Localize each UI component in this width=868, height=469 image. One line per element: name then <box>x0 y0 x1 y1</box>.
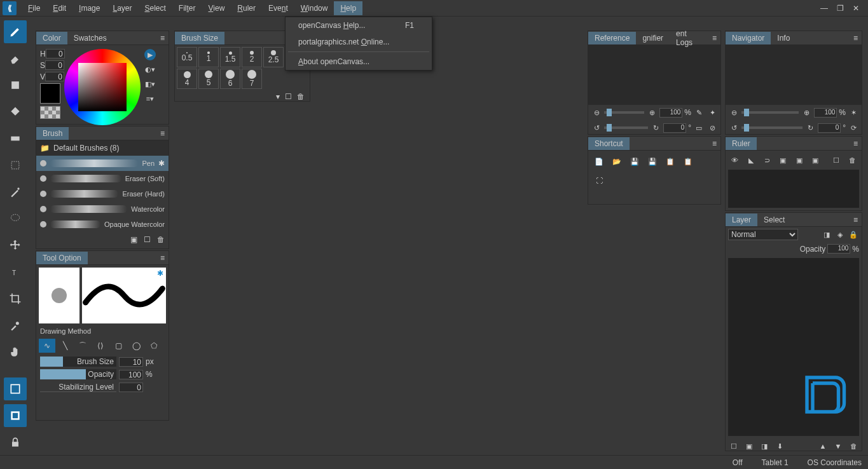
panel-menu-icon[interactable]: ≡ <box>156 129 169 138</box>
mode-icon-2[interactable]: ◧▾ <box>144 78 156 90</box>
zoom-slider[interactable] <box>604 111 644 114</box>
ruler-icon[interactable]: ◣ <box>745 154 756 166</box>
brush-item[interactable]: Watercolor <box>36 201 169 217</box>
h-input[interactable] <box>46 49 65 58</box>
menu-event[interactable]: Event <box>262 1 294 15</box>
brush-size-cell[interactable]: 2.5 <box>263 47 284 67</box>
maximize-icon[interactable]: ❐ <box>837 4 844 13</box>
layers-icon[interactable]: ◈ <box>834 229 846 240</box>
brush-size-cell[interactable]: 7 <box>242 69 262 89</box>
menu-window[interactable]: Window <box>294 1 334 15</box>
rotate-value[interactable]: 0 <box>663 123 686 133</box>
s-input[interactable] <box>45 60 64 70</box>
brush-size-cell[interactable]: 5 <box>198 69 219 89</box>
trash-icon[interactable]: 🗑 <box>847 154 858 166</box>
dm-ellipse[interactable]: ◯ <box>128 339 144 353</box>
dm-polyline[interactable]: ⟨⟩ <box>92 339 109 353</box>
crop-tool[interactable] <box>4 287 27 310</box>
trash-icon[interactable]: 🗑 <box>848 440 859 452</box>
mask-icon[interactable]: ◨ <box>821 229 832 240</box>
brush-item[interactable]: Opaque Watercolor <box>36 217 169 232</box>
tab-tool-option[interactable]: Tool Option <box>36 252 88 264</box>
zoom-slider[interactable] <box>741 111 799 114</box>
new-layer-icon[interactable]: ☐ <box>728 440 740 452</box>
tab-layer[interactable]: Layer <box>726 214 757 226</box>
tab-color[interactable]: Color <box>36 32 67 44</box>
shape-tool[interactable] <box>4 74 27 97</box>
new-file-icon[interactable]: 📄 <box>593 156 605 167</box>
layer-list[interactable] <box>728 258 859 436</box>
ruler-1-icon[interactable]: ⊃ <box>762 154 773 166</box>
move-tool[interactable] <box>4 234 27 257</box>
hand-tool[interactable] <box>4 341 27 364</box>
trash-icon[interactable]: 🗑 <box>297 92 305 101</box>
panel-menu-icon[interactable]: ≡ <box>156 34 169 43</box>
zoom-value[interactable]: 100 <box>659 108 682 118</box>
rotate-ccw-icon[interactable]: ↺ <box>591 122 602 133</box>
brush-size-cell[interactable]: 2 <box>242 47 262 67</box>
v-input[interactable] <box>45 72 64 81</box>
tab-brush-size[interactable]: Brush Size <box>175 32 224 44</box>
blend-mode-select[interactable]: Normal <box>728 229 798 240</box>
brush-size-cell[interactable]: 1.5 <box>220 47 240 67</box>
text-tool[interactable]: T <box>4 261 27 283</box>
zoom-value[interactable]: 100 <box>814 108 837 118</box>
select-rect-tool[interactable] <box>4 154 27 177</box>
lasso-tool[interactable] <box>4 207 27 230</box>
paste-icon[interactable]: 📋 <box>682 156 694 167</box>
panel-menu-icon[interactable]: ≡ <box>850 215 862 224</box>
dm-polygon[interactable]: ⬠ <box>146 339 162 353</box>
menu-image[interactable]: Image <box>72 1 106 15</box>
mode-icon-1[interactable]: ◐▾ <box>144 64 156 75</box>
menu-view[interactable]: View <box>202 1 231 15</box>
eyedropper-icon[interactable]: ✎ <box>693 107 705 118</box>
minimize-icon[interactable]: — <box>820 4 828 13</box>
zoom-out-icon[interactable]: ⊖ <box>728 107 740 118</box>
menu-file[interactable]: File <box>22 1 46 15</box>
rotate-slider[interactable] <box>741 126 803 129</box>
help-menu-item-online[interactable]: portalgraphics.net Online... <box>286 34 432 50</box>
brush-size-cell[interactable]: 4 <box>177 69 197 89</box>
fit-icon[interactable]: ✶ <box>848 107 859 118</box>
brush-size-cell[interactable]: 1 <box>198 47 219 67</box>
menu-layer[interactable]: Layer <box>106 1 138 15</box>
lock-icon[interactable]: 🔒 <box>848 229 859 240</box>
opacity-value[interactable]: 100 <box>119 370 143 379</box>
trash-icon[interactable]: 🗑 <box>157 235 165 244</box>
eyedropper-tool[interactable] <box>4 314 27 337</box>
close-icon[interactable]: ✕ <box>853 4 859 13</box>
ruler-3-icon[interactable]: ▣ <box>794 154 804 166</box>
down-icon[interactable]: ▼ <box>832 440 844 452</box>
brush-item[interactable]: Eraser (Soft) <box>36 171 169 186</box>
wand-icon[interactable]: ✦ <box>706 107 718 118</box>
open-icon[interactable]: ▭ <box>693 122 705 133</box>
rotate-slider[interactable] <box>604 126 648 129</box>
brush-size-cell[interactable]: 6 <box>220 69 240 89</box>
new-icon[interactable]: ☐ <box>144 235 151 244</box>
dm-freehand[interactable]: ∿ <box>39 339 55 353</box>
menu-edit[interactable]: Edit <box>46 1 72 15</box>
delete-icon[interactable]: ⊘ <box>706 122 718 133</box>
dm-rect[interactable]: ▢ <box>110 339 127 353</box>
tab-ruler[interactable]: Ruler <box>726 137 757 150</box>
tab-info[interactable]: Info <box>771 32 796 44</box>
brush-item[interactable]: Eraser (Hard) <box>36 186 169 201</box>
tab-navigator[interactable]: Navigator <box>726 32 771 44</box>
brush-size-value[interactable]: 10 <box>119 357 143 367</box>
layer-opacity-value[interactable]: 100 <box>827 244 850 254</box>
folder-icon[interactable]: ▣ <box>130 235 137 244</box>
tab-magnifier[interactable]: gnifier <box>636 32 670 44</box>
eraser-tool[interactable] <box>4 47 27 70</box>
stab-value[interactable]: 0 <box>119 383 143 392</box>
up-icon[interactable]: ▲ <box>817 440 829 452</box>
dropdown-icon[interactable]: ▾ <box>276 92 280 101</box>
merge-icon[interactable]: ⬇ <box>774 440 785 452</box>
menu-select[interactable]: Select <box>138 1 172 15</box>
ruler-2-icon[interactable]: ▣ <box>778 154 789 166</box>
tab-eventlogs[interactable]: ent Logs <box>670 27 708 49</box>
brush-tool[interactable] <box>4 20 27 43</box>
brush-size-cell[interactable]: 0.5 <box>177 47 197 67</box>
new-icon[interactable]: ☐ <box>285 92 292 101</box>
gear-icon[interactable]: ✱ <box>158 159 165 168</box>
zoom-out-icon[interactable]: ⊖ <box>591 107 602 118</box>
